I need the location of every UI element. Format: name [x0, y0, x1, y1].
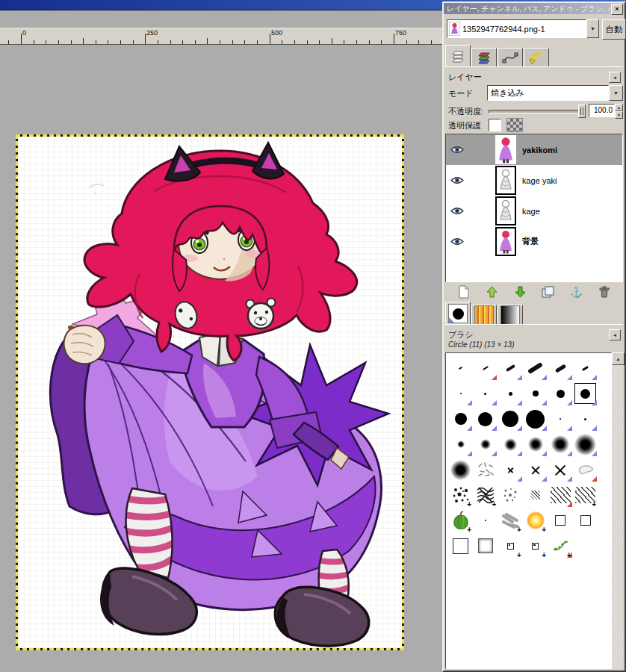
mode-chevron-down-icon[interactable]: ▼ [609, 85, 623, 101]
horizontal-ruler[interactable]: 0250500750 [0, 28, 442, 45]
brush-cell-dot[interactable] [573, 406, 598, 432]
layer-visibility-eye-icon[interactable] [446, 207, 468, 215]
tab-gradients[interactable] [498, 305, 523, 326]
keep-transparency-checkbox[interactable] [489, 119, 501, 131]
brush-cell-fuzzy[interactable] [448, 432, 473, 457]
tab-patterns[interactable] [471, 305, 497, 326]
duplicate-layer-icon[interactable] [539, 284, 558, 300]
tab-paths[interactable] [498, 48, 523, 67]
brushes-menu-button[interactable]: ◂ [609, 329, 621, 340]
brush-cell-microsq[interactable]: + [498, 533, 523, 559]
brush-cell-sprig[interactable]: + [548, 533, 573, 559]
brush-cell-fuzzy[interactable] [523, 432, 548, 457]
brush-cell-dot[interactable] [473, 406, 498, 432]
brush-cell-shape3d[interactable] [573, 457, 598, 482]
opacity-spinner[interactable]: ▲ ▼ [615, 104, 623, 117]
layer-name[interactable]: kage [522, 207, 540, 216]
layer-row[interactable]: yakikomi [446, 134, 622, 165]
brush-cell-splatlight[interactable] [498, 482, 523, 508]
brush-cell-fuzzy[interactable] [473, 432, 498, 457]
brush-cell-dot[interactable] [473, 508, 498, 533]
tab-undo-history[interactable] [524, 48, 549, 67]
brush-cell-fuzzy[interactable] [573, 432, 598, 457]
opacity-value-field[interactable]: 100.0 [589, 104, 615, 117]
layer-visibility-eye-icon[interactable] [446, 176, 468, 184]
layer-visibility-eye-icon[interactable] [446, 237, 468, 246]
brush-cell-dot[interactable] [548, 406, 573, 432]
dialog-titlebar[interactable]: レイヤー, チャンネル, パス, アンドゥ - ブラシ, パ [444, 3, 625, 14]
layer-thumbnail[interactable] [495, 227, 516, 256]
canvas-white-background[interactable] [18, 137, 402, 648]
brush-cell-slash[interactable] [548, 355, 573, 381]
brush-cell-slash[interactable] [523, 355, 548, 381]
brush-cell-sq[interactable] [573, 508, 598, 533]
layer-thumbnail[interactable] [495, 196, 516, 225]
image-selector-combo[interactable]: 1352947762944.png-1 ▼ [447, 19, 599, 38]
new-layer-icon[interactable] [454, 284, 474, 300]
brush-cell-smudge[interactable]: + [498, 508, 523, 533]
brush-cell-hatch[interactable] [523, 482, 548, 508]
scroll-up-icon[interactable]: ▲ [612, 352, 625, 365]
brush-cell-scribble[interactable]: + [473, 482, 498, 508]
opacity-slider-handle[interactable] [578, 105, 586, 118]
auto-button[interactable]: 自動 [602, 19, 626, 40]
image-selector-field[interactable]: 1352947762944.png-1 [447, 19, 586, 38]
delete-layer-icon[interactable] [595, 284, 614, 300]
brush-cell-dot[interactable] [498, 406, 523, 432]
brush-cell-dot[interactable] [498, 381, 523, 406]
layer-row[interactable]: kage [446, 196, 622, 226]
layer-list[interactable]: yakikomikage yakikage背景 [445, 134, 623, 282]
brush-cell-confetti[interactable] [473, 457, 498, 482]
brush-cell-slash[interactable] [448, 355, 473, 381]
anchor-layer-icon[interactable]: ⚓ [566, 284, 586, 300]
layer-name[interactable]: 背景 [522, 236, 539, 247]
brush-cell-lines[interactable] [548, 482, 573, 508]
layer-row[interactable]: kage yaki [446, 165, 622, 196]
mode-dropdown[interactable]: 焼き込み [487, 85, 609, 101]
brush-cell-lines[interactable]: + [573, 482, 598, 508]
spin-up-icon[interactable]: ▲ [615, 104, 623, 111]
brush-cell-microsq[interactable]: + [523, 533, 548, 559]
layer-name[interactable]: kage yaki [522, 176, 557, 185]
close-icon[interactable]: × [611, 4, 623, 15]
brush-cell-slash[interactable] [498, 355, 523, 381]
brush-cell-x[interactable] [498, 457, 523, 482]
brush-cell-fuzzy[interactable] [498, 432, 523, 457]
brush-cell-dot[interactable] [523, 406, 548, 432]
brush-cell-x[interactable] [548, 457, 573, 482]
brush-cell-dot[interactable] [523, 381, 548, 406]
brush-cell-slash[interactable] [473, 355, 498, 381]
brush-cell-dot[interactable] [473, 381, 498, 406]
tab-brushes[interactable] [445, 302, 471, 326]
lower-layer-icon[interactable] [510, 284, 530, 300]
brush-cell-dot[interactable] [548, 381, 573, 406]
layer-row[interactable]: 背景 [446, 226, 622, 257]
image-canvas-area[interactable] [16, 134, 404, 650]
brush-cell-sq[interactable] [548, 508, 573, 533]
chevron-down-icon[interactable]: ▼ [586, 19, 599, 38]
brush-cell-blank[interactable] [573, 533, 598, 559]
brush-cell-splat[interactable]: + [448, 482, 473, 508]
raise-layer-icon[interactable] [482, 284, 501, 300]
brush-cell-sq[interactable] [448, 533, 473, 559]
layer-thumbnail[interactable] [495, 135, 516, 164]
brush-cell-dot[interactable] [448, 406, 473, 432]
brush-cell-pepper[interactable]: + [448, 508, 473, 533]
layers-menu-button[interactable]: ◂ [609, 72, 621, 83]
brush-cell-fuzzy[interactable] [548, 432, 573, 457]
brush-scrollbar[interactable]: ▲ [612, 352, 623, 669]
brush-cell-dot[interactable] [573, 381, 598, 406]
spin-down-icon[interactable]: ▼ [615, 111, 623, 119]
brush-cell-slash[interactable] [573, 355, 598, 381]
opacity-slider[interactable] [489, 110, 584, 113]
brush-cell-orb[interactable]: + [523, 508, 548, 533]
brush-cell-dot[interactable] [448, 381, 473, 406]
brush-cell-x[interactable] [523, 457, 548, 482]
tab-channels[interactable] [471, 48, 497, 67]
brush-grid[interactable]: +++++++++ [445, 352, 612, 669]
brush-cell-fuzzy[interactable] [448, 457, 473, 482]
layer-visibility-eye-icon[interactable] [446, 146, 468, 154]
layer-thumbnail[interactable] [495, 166, 516, 195]
layer-name[interactable]: yakikomi [522, 146, 557, 155]
brush-cell-fuzzsq[interactable] [473, 533, 498, 559]
